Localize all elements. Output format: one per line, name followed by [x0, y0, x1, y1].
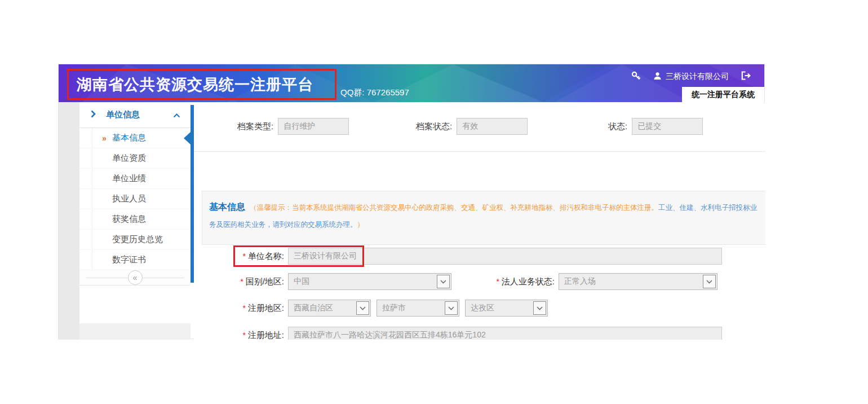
page-title: 湖南省公共资源交易统一注册平台	[69, 74, 313, 95]
chevron-up-icon	[173, 110, 180, 120]
section-header-basic-info: 基本信息（温馨提示：当前本系统提供湖南省公共资源交易中心的政府采购、交通、矿业权…	[202, 191, 765, 245]
chevron-down-icon	[533, 301, 546, 315]
section-hint-orange: （温馨提示：当前本系统提供湖南省公共资源交易中心的政府采购、交通、矿业权、补充耕…	[250, 204, 658, 212]
user-account[interactable]: 三桥设计有限公司	[653, 72, 729, 82]
main-content: 档案类型: 自行维护 档案状态: 有效 状态: 已提交 基本信息（温馨提示：当前…	[194, 102, 765, 340]
address-label: *注册地址:	[194, 327, 284, 340]
status-field: 已提交	[632, 118, 703, 135]
legal-status-select[interactable]: 正常入场	[559, 273, 718, 290]
address-field[interactable]: 西藏拉萨市八一路哈达滨河花园西区五排4栋16单元102	[288, 327, 722, 340]
key-icon[interactable]	[631, 71, 641, 83]
chevron-down-icon	[356, 301, 369, 315]
status-row: 档案类型: 自行维护 档案状态: 有效 状态: 已提交	[194, 102, 765, 152]
sidebar-item-change-history[interactable]: 变更历史总览	[79, 230, 191, 250]
archive-type-field: 自行维护	[278, 118, 349, 135]
user-company-name: 三桥设计有限公司	[666, 72, 729, 82]
sidebar: 单位信息 » 基本信息 单位资质 单位业绩 执业人员 获奖信息 变更	[79, 102, 191, 340]
archive-status-field: 有效	[457, 118, 528, 135]
sidebar-item-unit-qualification[interactable]: 单位资质	[79, 148, 191, 169]
header-banner: 湖南省公共资源交易统一注册平台 QQ群: 767265597 三桥	[59, 64, 764, 102]
chevron-down-icon	[703, 275, 716, 288]
unit-name-label: *单位名称:	[194, 248, 284, 265]
sidebar-item-awards[interactable]: 获奖信息	[79, 209, 191, 230]
unit-name-field[interactable]: 三桥设计有限公司	[288, 248, 722, 265]
chevron-right-icon	[91, 110, 96, 120]
archive-type-label: 档案类型:	[237, 121, 273, 132]
sidebar-footer-area	[79, 323, 191, 340]
archive-status-label: 档案状态:	[416, 121, 452, 132]
app-window: 湖南省公共资源交易统一注册平台 QQ群: 767265597 三桥	[58, 64, 765, 339]
sidebar-group-unit-info[interactable]: 单位信息	[79, 102, 191, 128]
country-label: *国别/地区:	[194, 273, 284, 290]
region-district-select[interactable]: 达孜区	[465, 300, 548, 317]
left-gray-rail	[59, 102, 79, 340]
region-city-select[interactable]: 拉萨市	[377, 300, 459, 317]
region-label: *注册地区:	[194, 300, 284, 317]
region-province-select[interactable]: 西藏自治区	[288, 300, 371, 317]
active-item-arrow	[184, 132, 191, 144]
status-label: 状态:	[608, 121, 627, 132]
chevron-down-icon	[445, 301, 458, 315]
logout-icon[interactable]	[741, 71, 751, 82]
sidebar-collapse-button[interactable]: «	[128, 270, 143, 285]
legal-status-label: *法人业务状态:	[419, 273, 555, 290]
active-marker-icon: »	[102, 134, 112, 143]
sidebar-group-label: 单位信息	[106, 109, 140, 120]
title-annotation-box: 湖南省公共资源交易统一注册平台	[67, 69, 336, 100]
user-icon	[653, 72, 662, 82]
section-title: 基本信息	[209, 202, 245, 212]
sidebar-item-practitioners[interactable]: 执业人员	[79, 189, 191, 209]
qq-number: 767265597	[367, 87, 409, 97]
qq-group-info: QQ群: 767265597	[340, 87, 409, 98]
sidebar-item-digital-certificate[interactable]: 数字证书	[79, 250, 191, 270]
sidebar-item-unit-performance[interactable]: 单位业绩	[79, 169, 191, 189]
qq-label: QQ群:	[340, 87, 365, 97]
tab-unified-registration-system[interactable]: 统一注册平台系统	[682, 87, 764, 102]
section-hint-close: ）	[357, 221, 365, 229]
sidebar-item-basic-info[interactable]: » 基本信息	[79, 128, 191, 148]
